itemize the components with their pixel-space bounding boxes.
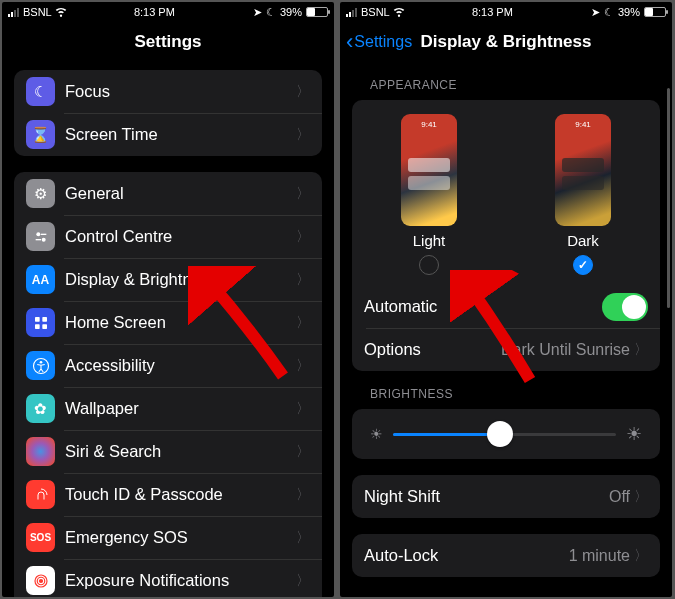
chevron-right-icon: 〉	[296, 185, 310, 203]
row-control-centre[interactable]: Control Centre 〉	[14, 215, 322, 258]
exposure-icon	[26, 566, 55, 595]
row-focus[interactable]: ☾ Focus 〉	[14, 70, 322, 113]
brightness-slider-row: ☀︎ ☀︎	[352, 409, 660, 459]
settings-screen: BSNL 8:13 PM ➤ ☾ 39% Settings ☾ Focus 〉 …	[2, 2, 334, 597]
light-preview: 9:41	[401, 114, 457, 226]
row-emergency-sos[interactable]: SOS Emergency SOS 〉	[14, 516, 322, 559]
text-size-icon: AA	[26, 265, 55, 294]
chevron-right-icon: 〉	[296, 486, 310, 504]
appearance-option-light[interactable]: 9:41 Light	[401, 114, 457, 275]
row-label: Emergency SOS	[65, 528, 296, 547]
auto-lock-label: Auto-Lock	[364, 546, 569, 565]
row-label: General	[65, 184, 296, 203]
fingerprint-icon	[26, 480, 55, 509]
carrier-label: BSNL	[361, 6, 390, 18]
back-label: Settings	[354, 33, 412, 51]
svg-rect-4	[35, 317, 40, 322]
location-icon: ➤	[253, 6, 262, 19]
page-title: Display & Brightness	[421, 32, 592, 52]
settings-group-general: ⚙ General 〉 Control Centre 〉 AA Display …	[14, 172, 322, 597]
row-label: Siri & Search	[65, 442, 296, 461]
moon-icon: ☾	[604, 6, 614, 19]
auto-lock-value: 1 minute	[569, 547, 630, 565]
location-icon: ➤	[591, 6, 600, 19]
chevron-left-icon: ‹	[346, 29, 353, 55]
row-siri-search[interactable]: Siri & Search 〉	[14, 430, 322, 473]
brightness-section: ☀︎ ☀︎	[352, 409, 660, 459]
page-title: Settings	[134, 32, 201, 52]
row-automatic: Automatic	[352, 285, 660, 328]
light-radio[interactable]	[419, 255, 439, 275]
chevron-right-icon: 〉	[634, 488, 648, 506]
svg-point-2	[41, 237, 45, 241]
dark-preview: 9:41	[555, 114, 611, 226]
row-label: Screen Time	[65, 125, 296, 144]
row-options[interactable]: Options Dark Until Sunrise 〉	[352, 328, 660, 371]
sun-small-icon: ☀︎	[370, 426, 383, 442]
appearance-header: APPEARANCE	[370, 78, 672, 92]
row-accessibility[interactable]: Accessibility 〉	[14, 344, 322, 387]
automatic-switch[interactable]	[602, 293, 648, 321]
display-brightness-screen: BSNL 8:13 PM ➤ ☾ 39% ‹ Settings Display …	[340, 2, 672, 597]
chevron-right-icon: 〉	[634, 341, 648, 359]
signal-icon	[346, 8, 357, 17]
chevron-right-icon: 〉	[296, 529, 310, 547]
automatic-label: Automatic	[364, 297, 602, 316]
chevron-right-icon: 〉	[296, 228, 310, 246]
accessibility-icon	[26, 351, 55, 380]
options-value: Dark Until Sunrise	[501, 341, 630, 359]
status-bar: BSNL 8:13 PM ➤ ☾ 39%	[2, 2, 334, 22]
dark-label: Dark	[567, 232, 599, 249]
hourglass-icon: ⌛	[26, 120, 55, 149]
brightness-slider[interactable]	[393, 433, 616, 436]
row-touch-id[interactable]: Touch ID & Passcode 〉	[14, 473, 322, 516]
chevron-right-icon: 〉	[296, 357, 310, 375]
sliders-icon	[26, 222, 55, 251]
row-screen-time[interactable]: ⌛ Screen Time 〉	[14, 113, 322, 156]
back-button[interactable]: ‹ Settings	[346, 22, 412, 62]
chevron-right-icon: 〉	[634, 547, 648, 565]
options-label: Options	[364, 340, 501, 359]
svg-rect-3	[35, 239, 40, 240]
signal-icon	[8, 8, 19, 17]
appearance-option-dark[interactable]: 9:41 Dark	[555, 114, 611, 275]
dark-radio[interactable]	[573, 255, 593, 275]
status-bar: BSNL 8:13 PM ➤ ☾ 39%	[340, 2, 672, 22]
clock: 8:13 PM	[134, 6, 175, 18]
sos-icon: SOS	[26, 523, 55, 552]
flower-icon: ✿	[26, 394, 55, 423]
battery-icon	[306, 7, 328, 17]
svg-rect-1	[41, 233, 46, 234]
row-label: Focus	[65, 82, 296, 101]
clock: 8:13 PM	[472, 6, 513, 18]
row-label: Exposure Notifications	[65, 571, 296, 590]
chevron-right-icon: 〉	[296, 400, 310, 418]
row-exposure-notifications[interactable]: Exposure Notifications 〉	[14, 559, 322, 597]
night-shift-value: Off	[609, 488, 630, 506]
chevron-right-icon: 〉	[296, 572, 310, 590]
svg-rect-5	[42, 317, 47, 322]
carrier-label: BSNL	[23, 6, 52, 18]
row-home-screen[interactable]: Home Screen 〉	[14, 301, 322, 344]
row-general[interactable]: ⚙ General 〉	[14, 172, 322, 215]
row-wallpaper[interactable]: ✿ Wallpaper 〉	[14, 387, 322, 430]
moon-icon: ☾	[266, 6, 276, 19]
row-label: Control Centre	[65, 227, 296, 246]
svg-rect-7	[42, 324, 47, 329]
row-auto-lock[interactable]: Auto-Lock 1 minute 〉	[352, 534, 660, 577]
svg-point-9	[39, 360, 42, 363]
scrollbar[interactable]	[667, 88, 670, 308]
row-display-brightness[interactable]: AA Display & Brightness 〉	[14, 258, 322, 301]
svg-rect-6	[35, 324, 40, 329]
battery-pct: 39%	[618, 6, 640, 18]
settings-group-focus: ☾ Focus 〉 ⌛ Screen Time 〉	[14, 70, 322, 156]
moon-icon: ☾	[26, 77, 55, 106]
svg-point-10	[39, 579, 42, 582]
brightness-header: BRIGHTNESS	[370, 387, 672, 401]
row-night-shift[interactable]: Night Shift Off 〉	[352, 475, 660, 518]
chevron-right-icon: 〉	[296, 443, 310, 461]
chevron-right-icon: 〉	[296, 83, 310, 101]
sun-large-icon: ☀︎	[626, 423, 642, 445]
auto-lock-section: Auto-Lock 1 minute 〉	[352, 534, 660, 577]
chevron-right-icon: 〉	[296, 314, 310, 332]
